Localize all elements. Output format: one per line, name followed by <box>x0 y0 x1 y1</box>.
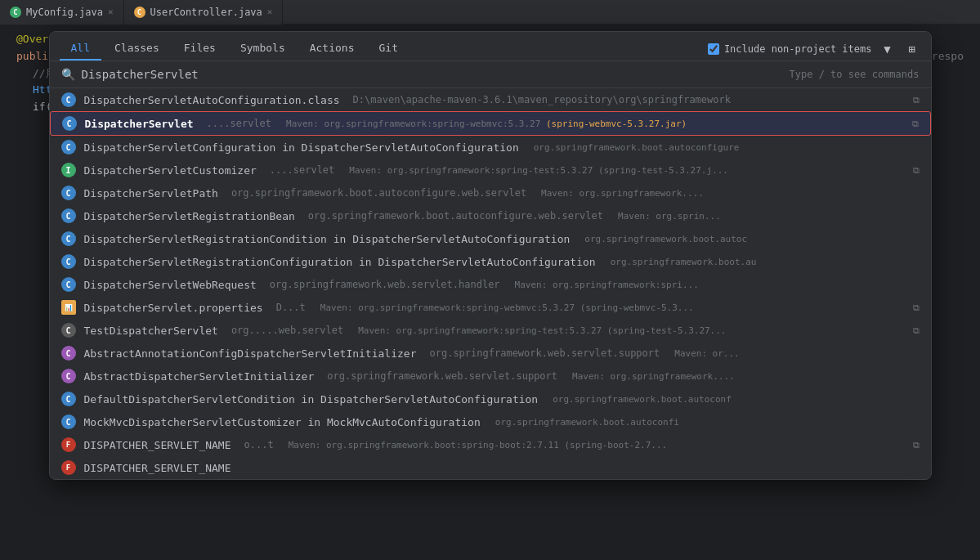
result-icon-8: C <box>61 254 76 269</box>
search-input-row: 🔍 Type / to see commands <box>50 61 931 88</box>
result-icon-2: C <box>62 116 77 131</box>
result-maven-16: Maven: org.springframework.boot:spring-b… <box>289 440 668 450</box>
result-icon-5: C <box>61 186 76 200</box>
result-name-5: DispatcherServletPath <box>84 187 218 199</box>
tab-usercontroller-label: UserController.java <box>150 7 262 18</box>
result-secondary-6: org.springframework.boot.autoconfigure.w… <box>308 210 603 222</box>
result-item-15[interactable]: C MockMvcDispatcherServletCustomizer in … <box>50 410 931 433</box>
result-icon-16: F <box>61 437 76 452</box>
tab-myconfig-icon: C <box>10 7 21 18</box>
popup-tab-classes[interactable]: Classes <box>103 37 171 60</box>
popup-tab-all[interactable]: All <box>60 37 101 60</box>
result-item-10[interactable]: 📊 DispatcherServlet.properties D...t Mav… <box>50 296 931 319</box>
result-item-12[interactable]: C AbstractAnnotationConfigDispatcherServ… <box>50 342 931 365</box>
tab-myconfig-label: MyConfig.java <box>26 7 103 18</box>
result-icon-4: I <box>61 163 76 177</box>
copy-icon-4[interactable]: ⧉ <box>913 165 920 176</box>
filter-icon[interactable]: ▼ <box>879 40 897 58</box>
popup-tab-git[interactable]: Git <box>368 37 409 60</box>
result-secondary-16: o...t <box>244 439 274 450</box>
result-name-4: DispatcherServletCustomizer <box>84 164 257 177</box>
result-icon-3: C <box>61 140 76 155</box>
search-popup: All Classes Files Symbols Actions Git In… <box>49 31 932 480</box>
result-maven-5: Maven: org.springframework.... <box>541 188 704 199</box>
tab-myconfig[interactable]: C MyConfig.java ✕ <box>0 0 124 25</box>
copy-icon-10[interactable]: ⧉ <box>913 302 920 313</box>
copy-icon-11[interactable]: ⧉ <box>913 325 920 336</box>
result-name-14: DefaultDispatcherServletCondition in Dis… <box>84 393 539 405</box>
copy-icon-1[interactable]: ⧉ <box>913 95 920 105</box>
result-name-15: MockMvcDispatcherServletCustomizer in Mo… <box>84 416 481 428</box>
popup-tab-right-controls: Include non-project items ▼ ⊞ <box>708 40 921 58</box>
result-item-6[interactable]: C DispatcherServletRegistrationBean org.… <box>50 204 931 227</box>
copy-icon-2[interactable]: ⧉ <box>912 119 919 129</box>
result-maven-4: Maven: org.springframework:spring-test:5… <box>349 165 728 176</box>
popup-tab-files[interactable]: Files <box>172 37 227 60</box>
result-maven-12: Maven: or... <box>674 348 739 359</box>
result-icon-12: C <box>61 346 76 361</box>
result-maven-10: Maven: org.springframework:spring-webmvc… <box>320 302 694 313</box>
result-item-2[interactable]: C DispatcherServlet ....servlet Maven: o… <box>50 111 931 136</box>
result-maven-6: Maven: org.sprin... <box>618 211 721 222</box>
result-item-8[interactable]: C DispatcherServletRegistrationConfigura… <box>50 250 931 273</box>
search-magnifier-icon: 🔍 <box>61 68 75 81</box>
tab-myconfig-close[interactable]: ✕ <box>108 7 114 17</box>
result-name-8: DispatcherServletRegistrationConfigurati… <box>84 256 596 268</box>
type-hint-text: Type / to see commands <box>790 69 920 80</box>
result-item-17[interactable]: F DISPATCHER_SERVLET_NAME <box>50 456 931 479</box>
result-name-13: AbstractDispatcherServletInitializer <box>84 370 315 383</box>
result-icon-14: C <box>61 392 76 406</box>
result-icon-10: 📊 <box>61 300 76 315</box>
result-item-4[interactable]: I DispatcherServletCustomizer ....servle… <box>50 159 931 181</box>
result-name-16: DISPATCHER_SERVLET_NAME <box>84 439 231 451</box>
tab-usercontroller[interactable]: C UserController.java ✕ <box>124 0 284 25</box>
result-name-11: TestDispatcherServlet <box>84 325 218 337</box>
result-name-12: AbstractAnnotationConfigDispatcherServle… <box>84 347 417 360</box>
result-item-16[interactable]: F DISPATCHER_SERVLET_NAME o...t Maven: o… <box>50 433 931 456</box>
result-icon-13: C <box>61 369 76 383</box>
result-item-9[interactable]: C DispatcherServletWebRequest org.spring… <box>50 273 931 296</box>
result-name-17: DISPATCHER_SERVLET_NAME <box>84 462 231 474</box>
tab-usercontroller-close[interactable]: ✕ <box>267 7 273 17</box>
result-icon-11: C <box>61 323 76 338</box>
copy-icon-16[interactable]: ⧉ <box>913 440 920 450</box>
result-secondary-4: ....servlet <box>270 164 334 176</box>
result-name-10: DispatcherServlet.properties <box>84 302 263 314</box>
result-secondary-5: org.springframework.boot.autoconfigure.w… <box>231 187 526 199</box>
result-icon-7: C <box>61 231 76 246</box>
result-item-13[interactable]: C AbstractDispatcherServletInitializer o… <box>50 365 931 388</box>
result-item-11[interactable]: C TestDispatcherServlet org.....web.serv… <box>50 319 931 342</box>
result-secondary-13: org.springframework.web.servlet.support <box>327 370 557 382</box>
popup-tab-symbols[interactable]: Symbols <box>229 37 297 60</box>
tab-bar: C MyConfig.java ✕ C UserController.java … <box>0 0 980 25</box>
include-non-project-label[interactable]: Include non-project items <box>708 43 872 55</box>
result-name-7: DispatcherServletRegistrationCondition i… <box>84 233 571 245</box>
result-secondary-11: org.....web.servlet <box>231 325 343 336</box>
tab-usercontroller-icon: C <box>134 7 145 18</box>
result-name-1: DispatcherServletAutoConfiguration.class <box>84 94 340 106</box>
result-maven-3: org.springframework.boot.autoconfigure <box>534 142 740 153</box>
result-item-1[interactable]: C DispatcherServletAutoConfiguration.cla… <box>50 88 931 111</box>
result-secondary-12: org.springframework.web.servlet.support <box>430 347 660 359</box>
search-input[interactable] <box>82 68 783 81</box>
result-item-3[interactable]: C DispatcherServletConfiguration in Disp… <box>50 136 931 159</box>
result-maven-11: Maven: org.springframework:spring-test:5… <box>358 325 726 336</box>
result-maven-8: org.springframework.boot.au <box>611 257 757 267</box>
result-name-6: DispatcherServletRegistrationBean <box>84 210 295 222</box>
result-item-14[interactable]: C DefaultDispatcherServletCondition in D… <box>50 388 931 410</box>
result-item-5[interactable]: C DispatcherServletPath org.springframew… <box>50 181 931 204</box>
include-non-project-checkbox[interactable] <box>708 43 719 55</box>
layout-icon[interactable]: ⊞ <box>903 40 921 58</box>
result-name-9: DispatcherServletWebRequest <box>84 279 257 291</box>
result-item-7[interactable]: C DispatcherServletRegistrationCondition… <box>50 227 931 250</box>
include-non-project-text: Include non-project items <box>724 43 872 55</box>
result-name-3: DispatcherServletConfiguration in Dispat… <box>84 141 519 154</box>
result-icon-17: F <box>61 460 76 475</box>
result-maven-2: Maven: org.springframework:spring-webmvc… <box>286 119 687 129</box>
popup-tab-actions[interactable]: Actions <box>298 37 366 60</box>
popup-tab-bar: All Classes Files Symbols Actions Git In… <box>50 32 931 61</box>
result-icon-6: C <box>61 208 76 223</box>
result-name-2: DispatcherServlet <box>85 118 194 130</box>
result-maven-7: org.springframework.boot.autoc <box>584 234 747 244</box>
result-secondary-9: org.springframework.web.servlet.handler <box>270 279 500 290</box>
